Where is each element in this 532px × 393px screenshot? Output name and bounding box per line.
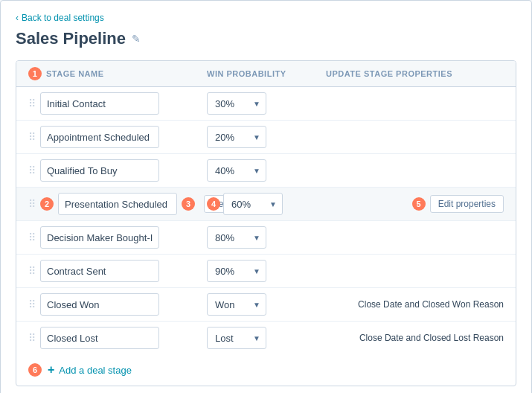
probability-cell: 0%10%20%30%40%50%60%70%80%90%100%▼ [207, 126, 326, 148]
probability-cell: 0%10%20%30%40%50%60%70%80%90%100%▼ [207, 159, 326, 182]
stage-name-cell: ⠿23Delete [28, 193, 207, 215]
table-row: ⠿0%10%20%30%40%50%60%70%80%90%100%▼ [16, 255, 516, 288]
plus-icon: + [48, 363, 54, 377]
stage-name-input[interactable] [58, 193, 177, 215]
update-props-label: Update Stage Properties [326, 69, 452, 78]
probability-select-wrapper: 0%10%20%30%40%50%60%70%80%90%100%▼ [207, 92, 266, 115]
drag-handle-icon[interactable]: ⠿ [28, 198, 36, 210]
probability-select[interactable]: WonLost [207, 293, 266, 316]
probability-select-wrapper: WonLost▼ [207, 293, 266, 316]
probability-select[interactable]: 0%10%20%30%40%50%60%70%80%90%100% [207, 126, 266, 148]
page-title: Sales Pipeline [16, 29, 126, 48]
probability-cell: WonLost▼ [207, 327, 326, 349]
probability-select[interactable]: 0%10%20%30%40%50%60%70%80%90%100% [207, 260, 266, 282]
table-header: 1 Stage Name Win Probability Update Stag… [16, 61, 516, 87]
stage-name-cell: ⠿ [28, 226, 207, 249]
stage-name-input[interactable] [40, 126, 159, 148]
table-row: ⠿0%10%20%30%40%50%60%70%80%90%100%▼ [16, 221, 516, 255]
drag-handle-icon[interactable]: ⠿ [28, 231, 36, 243]
stage-name-input[interactable] [40, 92, 159, 115]
stage-name-cell: ⠿ [28, 260, 207, 282]
probability-cell: 0%10%20%30%40%50%60%70%80%90%100%▼ [207, 260, 326, 282]
update-props-cell: Close Date and Closed Won Reason [326, 299, 504, 310]
stages-list: ⠿0%10%20%30%40%50%60%70%80%90%100%▼⠿0%10… [16, 87, 516, 354]
probability-select[interactable]: 0%10%20%30%40%50%60%70%80%90%100% [207, 92, 266, 115]
probability-cell: WonLost▼ [207, 293, 326, 316]
stage-properties-text: Close Date and Closed Lost Reason [359, 333, 504, 343]
probability-select-wrapper: 0%10%20%30%40%50%60%70%80%90%100%▼ [207, 126, 266, 148]
drag-handle-icon[interactable]: ⠿ [28, 265, 36, 277]
probability-select-wrapper: 0%10%20%30%40%50%60%70%80%90%100%▼ [207, 260, 266, 282]
update-props-cell: Close Date and Closed Lost Reason [326, 333, 504, 343]
table-row: ⠿0%10%20%30%40%50%60%70%80%90%100%▼ [16, 87, 516, 121]
edit-title-icon[interactable]: ✎ [132, 33, 141, 45]
probability-cell: 40%10%20%30%40%50%60%70%80%90%100%▼ [207, 193, 326, 215]
probability-select-wrapper: 0%10%20%30%40%50%60%70%80%90%100%▼ [207, 159, 266, 182]
stage-name-input[interactable] [40, 327, 159, 349]
stage-name-col-header: 1 Stage Name [28, 67, 207, 80]
table-row: ⠿0%10%20%30%40%50%60%70%80%90%100%▼ [16, 121, 516, 154]
page-container: ‹ Back to deal settings Sales Pipeline ✎… [0, 0, 532, 393]
win-probability-label: Win Probability [207, 69, 286, 78]
back-arrow-icon: ‹ [16, 13, 19, 23]
back-link[interactable]: ‹ Back to deal settings [16, 13, 516, 23]
stage-name-cell: ⠿ [28, 159, 207, 182]
probability-cell: 0%10%20%30%40%50%60%70%80%90%100%▼ [207, 226, 326, 249]
stage-name-input[interactable] [40, 226, 159, 249]
drag-handle-icon[interactable]: ⠿ [28, 332, 36, 344]
edit-properties-button[interactable]: Edit properties [430, 195, 504, 213]
probability-select[interactable]: WonLost [207, 327, 266, 349]
stage-name-cell: ⠿ [28, 92, 207, 115]
probability-select[interactable]: 0%10%20%30%40%50%60%70%80%90%100% [207, 159, 266, 182]
drag-handle-icon[interactable]: ⠿ [28, 131, 36, 143]
add-stage-row: 6 + Add a deal stage [16, 354, 516, 386]
back-link-text: Back to deal settings [22, 13, 104, 23]
probability-select-wrapper: 0%10%20%30%40%50%60%70%80%90%100%▼ [207, 226, 266, 249]
probability-select[interactable]: 0%10%20%30%40%50%60%70%80%90%100% [207, 226, 266, 249]
badge-2: 2 [40, 197, 54, 211]
stage-name-label: Stage Name [46, 69, 104, 78]
probability-select-wrapper: 0%10%20%30%40%50%60%70%80%90%100%▼ [223, 193, 283, 215]
badge-1: 1 [28, 67, 42, 80]
table-row: ⠿23Delete40%10%20%30%40%50%60%70%80%90%1… [16, 188, 516, 221]
add-deal-stage-button[interactable]: + Add a deal stage [48, 363, 132, 377]
table-row: ⠿0%10%20%30%40%50%60%70%80%90%100%▼ [16, 154, 516, 188]
stage-name-cell: ⠿ [28, 327, 207, 349]
update-props-col-header: Update Stage Properties [326, 67, 504, 80]
page-header: Sales Pipeline ✎ [16, 29, 516, 48]
update-props-cell: 5Edit properties [326, 195, 504, 213]
stage-name-input[interactable] [40, 293, 159, 316]
probability-select-wrapper: WonLost▼ [207, 327, 266, 349]
badge-5: 5 [412, 197, 426, 211]
stage-name-cell: ⠿ [28, 293, 207, 316]
probability-cell: 0%10%20%30%40%50%60%70%80%90%100%▼ [207, 92, 326, 115]
stage-name-input[interactable] [40, 159, 159, 182]
stages-table: 1 Stage Name Win Probability Update Stag… [16, 60, 516, 386]
probability-select[interactable]: 0%10%20%30%40%50%60%70%80%90%100% [223, 193, 283, 215]
drag-handle-icon[interactable]: ⠿ [28, 164, 36, 176]
win-probability-col-header: Win Probability [207, 67, 326, 80]
drag-handle-icon[interactable]: ⠿ [28, 298, 36, 310]
table-row: ⠿WonLost▼Close Date and Closed Won Reaso… [16, 288, 516, 322]
stage-name-cell: ⠿ [28, 126, 207, 148]
stage-name-input[interactable] [40, 260, 159, 282]
badge-4: 4 [207, 197, 220, 211]
badge-6: 6 [28, 363, 42, 377]
stage-properties-text: Close Date and Closed Won Reason [358, 299, 504, 310]
drag-handle-icon[interactable]: ⠿ [28, 98, 36, 109]
add-stage-label: Add a deal stage [59, 365, 132, 376]
badge-3: 3 [182, 197, 195, 211]
table-row: ⠿WonLost▼Close Date and Closed Lost Reas… [16, 322, 516, 354]
